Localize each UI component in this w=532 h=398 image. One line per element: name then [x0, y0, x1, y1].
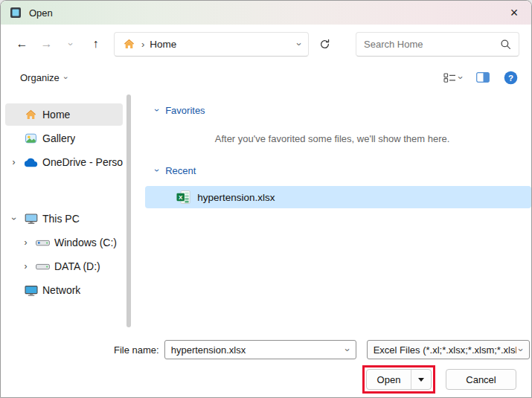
refresh-button[interactable]	[313, 32, 337, 57]
file-name: hypertension.xlsx	[197, 192, 275, 203]
sidebar-item-network[interactable]: Network	[5, 279, 123, 301]
chevron-down-icon[interactable]: ›	[343, 348, 353, 351]
file-name-input[interactable]	[171, 344, 344, 356]
expand-chevron-icon[interactable]: ›	[20, 237, 31, 248]
sidebar-item-label: This PC	[42, 213, 80, 225]
home-icon	[24, 109, 38, 121]
help-button[interactable]: ?	[502, 69, 519, 86]
close-button[interactable]: ×	[497, 1, 531, 25]
organize-label: Organize	[20, 72, 60, 83]
sidebar-item-data-d[interactable]: › DATA (D:)	[5, 255, 123, 277]
sidebar-item-label: Network	[42, 284, 80, 296]
search-input[interactable]	[364, 39, 500, 50]
file-type-select[interactable]: Excel Files (*.xl;*.xlsx;*.xlsm;*.xlsb ›	[367, 340, 530, 359]
navigation-pane: Home Gallery › OneDrive - Perso ›	[1, 92, 133, 333]
recent-header-label: Recent	[165, 165, 196, 176]
drive-icon	[36, 262, 50, 272]
preview-pane-button[interactable]	[475, 71, 491, 84]
window-title: Open	[29, 7, 53, 19]
sidebar-scrollbar[interactable]	[126, 94, 131, 327]
chevron-down-icon: ›	[455, 76, 465, 79]
sidebar-item-label: Gallery	[42, 132, 75, 144]
buttons-row: Open Cancel	[1, 365, 531, 394]
dialog-footer: File name: › Excel Files (*.xl;*.xlsx;*.…	[1, 333, 531, 397]
dropdown-triangle-icon	[418, 378, 424, 382]
open-split-button: Open	[366, 369, 432, 390]
app-icon	[10, 7, 22, 19]
expand-chevron-icon[interactable]: ›	[20, 261, 31, 272]
chevron-down-icon: ›	[153, 169, 161, 172]
onedrive-icon	[24, 158, 38, 167]
back-button[interactable]: ←	[10, 32, 34, 57]
search-icon	[500, 39, 511, 50]
forward-button[interactable]: →	[34, 32, 59, 57]
chevron-down-icon: ›	[516, 348, 526, 351]
navigation-bar: ← → › ↑ › Home ›	[1, 25, 531, 63]
up-button[interactable]: ↑	[83, 32, 108, 57]
favorites-empty-message: After you've favorited some files, we'll…	[133, 121, 531, 161]
home-icon	[122, 38, 136, 50]
file-name-combobox[interactable]: ›	[164, 340, 356, 359]
gallery-icon	[24, 132, 38, 144]
view-options-button[interactable]: ›	[442, 71, 464, 85]
titlebar: Open ×	[1, 1, 531, 25]
breadcrumb-home[interactable]: Home	[150, 39, 176, 50]
annotation-highlight-box: Open	[362, 365, 435, 394]
organize-button[interactable]: Organize ›	[20, 72, 67, 83]
file-list-area: › Favorites After you've favorited some …	[133, 92, 531, 333]
command-toolbar: Organize › › ?	[1, 63, 531, 92]
chevron-down-icon: ›	[153, 109, 161, 112]
network-icon	[24, 285, 38, 296]
preview-pane-icon	[476, 72, 490, 83]
chevron-down-icon: ›	[66, 42, 76, 45]
computer-icon	[24, 213, 38, 225]
help-icon: ?	[504, 71, 518, 85]
sidebar-item-onedrive[interactable]: › OneDrive - Perso	[5, 151, 123, 173]
file-name-label: File name:	[114, 344, 159, 356]
recent-locations-button[interactable]: ›	[59, 32, 83, 57]
refresh-icon	[319, 39, 330, 50]
chevron-down-icon: ›	[62, 76, 70, 79]
recent-section-header[interactable]: › Recent	[133, 161, 531, 180]
file-name-row: File name: › Excel Files (*.xl;*.xlsx;*.…	[1, 339, 531, 360]
sidebar-spacer	[1, 175, 133, 206]
svg-text:?: ?	[508, 73, 513, 82]
cancel-button[interactable]: Cancel	[446, 369, 516, 390]
file-type-value: Excel Files (*.xl;*.xlsx;*.xlsm;*.xlsb	[374, 344, 517, 356]
sidebar-item-windows-c[interactable]: › Windows (C:)	[5, 231, 123, 254]
sidebar-item-label: Home	[42, 109, 70, 121]
file-item-hypertension[interactable]: X hypertension.xlsx	[145, 186, 531, 208]
search-box	[356, 32, 519, 57]
open-button[interactable]: Open	[367, 370, 411, 389]
svg-text:X: X	[179, 194, 183, 201]
address-dropdown-icon[interactable]: ›	[294, 42, 304, 45]
favorites-section-header[interactable]: › Favorites	[133, 100, 531, 120]
open-dropdown-button[interactable]	[411, 370, 431, 389]
drive-icon	[36, 238, 50, 248]
address-bar[interactable]: › Home ›	[114, 32, 309, 57]
expand-chevron-icon[interactable]: ›	[8, 157, 19, 167]
view-options-icon	[443, 72, 456, 83]
favorites-header-label: Favorites	[165, 105, 205, 116]
sidebar-item-label: Windows (C:)	[54, 237, 117, 248]
open-dialog: Open × ← → › ↑ › Home › Or	[0, 0, 532, 398]
collapse-chevron-icon[interactable]: ›	[9, 214, 19, 225]
sidebar-item-label: DATA (D:)	[54, 260, 100, 272]
toolbar-right-group: › ?	[442, 69, 519, 86]
sidebar-item-label: OneDrive - Perso	[42, 156, 123, 168]
excel-file-icon: X	[176, 190, 190, 205]
sidebar-item-this-pc[interactable]: › This PC	[5, 208, 123, 230]
breadcrumb-separator: ›	[141, 39, 144, 50]
sidebar-item-home[interactable]: Home	[5, 103, 123, 126]
sidebar-item-gallery[interactable]: Gallery	[5, 127, 123, 150]
dialog-body: Home Gallery › OneDrive - Perso ›	[1, 92, 531, 333]
